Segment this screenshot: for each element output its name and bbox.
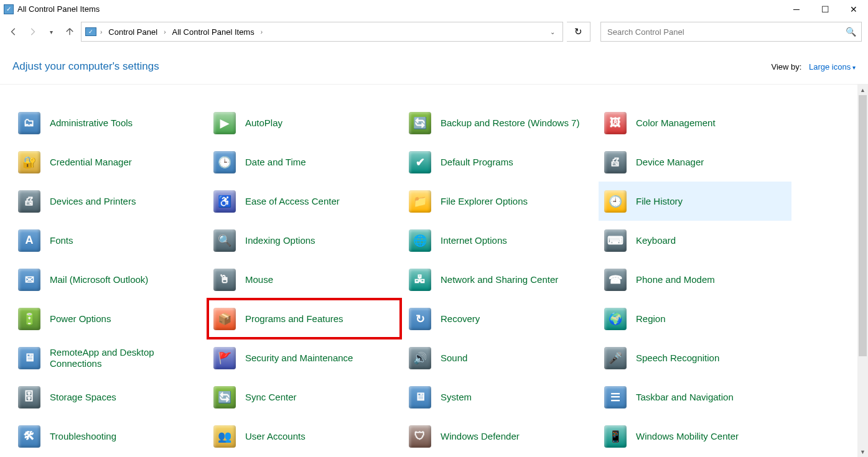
scrollbar-down[interactable]: ▼ — [857, 446, 868, 457]
item-label: Default Programs — [441, 157, 513, 168]
address-dropdown[interactable]: ⌄ — [546, 22, 559, 41]
scrollbar[interactable]: ▲ ▼ — [857, 85, 868, 457]
control-panel-item[interactable]: 🖥RemoteApp and Desktop Connections — [12, 338, 205, 377]
up-button[interactable] — [62, 24, 77, 39]
chevron-right-icon[interactable]: › — [162, 29, 167, 35]
control-panel-item[interactable]: 🖨Devices and Printers — [12, 182, 205, 221]
date-time-icon: 🕒 — [212, 149, 238, 175]
view-by: View by: Large icons — [771, 62, 856, 72]
control-panel-item[interactable]: 🔄Backup and Restore (Windows 7) — [403, 103, 596, 142]
control-panel-item[interactable]: 🔐Credential Manager — [12, 142, 205, 182]
maximize-button[interactable]: ☐ — [811, 0, 839, 19]
control-panel-item[interactable]: 🕒Date and Time — [208, 142, 401, 182]
forward-button[interactable] — [25, 24, 40, 39]
troubleshooting-icon: 🛠 — [16, 423, 42, 450]
window-title: All Control Panel Items — [17, 4, 100, 14]
sync-center-icon: 🔄 — [212, 384, 238, 410]
item-label: Date and Time — [245, 157, 306, 168]
file-history-icon: 🕘 — [602, 188, 628, 215]
device-manager-icon: 🖨 — [602, 149, 628, 175]
control-panel-item[interactable]: ↻Recovery — [403, 299, 596, 338]
control-panel-item[interactable]: ☰Taskbar and Navigation — [599, 377, 791, 417]
search-icon[interactable]: 🔍 — [846, 27, 856, 37]
control-panel-item[interactable]: 📦Programs and Features — [208, 299, 401, 338]
item-label: AutoPlay — [245, 118, 282, 129]
control-panel-item[interactable]: ▶AutoPlay — [208, 103, 401, 142]
power-options-icon: 🔋 — [16, 306, 42, 332]
search-input[interactable] — [606, 27, 846, 37]
control-panel-item[interactable]: ⌨Keyboard — [599, 221, 791, 260]
control-panel-item[interactable]: 🎤Speech Recognition — [599, 338, 791, 377]
mail-icon: ✉ — [16, 267, 42, 293]
control-panel-item[interactable]: 🗄Storage Spaces — [12, 377, 205, 417]
control-panel-item[interactable]: 🖱Mouse — [208, 260, 401, 299]
control-panel-item[interactable]: 🚩Security and Maintenance — [208, 338, 401, 377]
close-button[interactable]: ✕ — [839, 0, 868, 19]
control-panel-item[interactable]: 📁File Explorer Options — [403, 182, 596, 221]
item-label: Sound — [441, 353, 467, 364]
address-bar[interactable]: › Control Panel › All Control Panel Item… — [81, 22, 563, 42]
item-label: Device Manager — [636, 157, 704, 168]
item-label: Storage Spaces — [50, 392, 116, 403]
system-icon: 🖥 — [407, 384, 433, 410]
chevron-right-icon[interactable]: › — [259, 29, 264, 35]
control-panel-item[interactable]: 🌐Internet Options — [403, 221, 596, 260]
item-label: Security and Maintenance — [245, 353, 353, 364]
back-button[interactable] — [6, 24, 21, 39]
item-label: File History — [636, 196, 683, 207]
control-panel-item[interactable]: 🔍Indexing Options — [208, 221, 401, 260]
control-panel-item[interactable]: 🔄Sync Center — [208, 377, 401, 417]
control-panel-item[interactable]: 🖧Network and Sharing Center — [403, 260, 596, 299]
control-panel-item[interactable]: AFonts — [12, 221, 205, 260]
item-label: Phone and Modem — [636, 274, 715, 285]
speech-recognition-icon: 🎤 — [602, 345, 628, 371]
user-accounts-icon: 👥 — [212, 423, 238, 450]
control-panel-item[interactable]: 🔋Power Options — [12, 299, 205, 338]
item-label: Windows Mobility Center — [636, 431, 739, 442]
item-label: Devices and Printers — [50, 196, 136, 207]
file-explorer-options-icon: 📁 — [407, 188, 433, 215]
taskbar-navigation-icon: ☰ — [602, 384, 628, 410]
control-panel-item[interactable]: ♿Ease of Access Center — [208, 182, 401, 221]
scrollbar-thumb[interactable] — [859, 95, 867, 356]
control-panel-item[interactable]: 🌍Region — [599, 299, 791, 338]
programs-features-icon: 📦 — [212, 306, 238, 332]
fonts-icon: A — [16, 228, 42, 254]
item-label: Sync Center — [245, 392, 297, 403]
item-label: Keyboard — [636, 235, 676, 246]
control-panel-item[interactable]: 🗂Administrative Tools — [12, 103, 205, 142]
item-label: Power Options — [50, 313, 111, 325]
recent-locations-button[interactable]: ▾ — [44, 24, 58, 39]
control-panel-item[interactable]: 👥User Accounts — [208, 417, 401, 456]
breadcrumb-root[interactable]: Control Panel — [106, 26, 160, 38]
control-panel-item[interactable]: ✉Mail (Microsoft Outlook) — [12, 260, 205, 299]
item-label: RemoteApp and Desktop Connections — [50, 347, 193, 369]
control-panel-item[interactable]: 🔊Sound — [403, 338, 596, 377]
item-label: Ease of Access Center — [245, 196, 340, 207]
control-panel-item[interactable]: 🖼Color Management — [599, 103, 791, 142]
control-panel-item[interactable]: ✔Default Programs — [403, 142, 596, 182]
control-panel-item[interactable]: 🛠Troubleshooting — [12, 417, 205, 456]
item-label: Color Management — [636, 118, 716, 129]
minimize-button[interactable]: ─ — [782, 0, 811, 19]
chevron-right-icon[interactable]: › — [99, 29, 103, 35]
breadcrumb-current[interactable]: All Control Panel Items — [169, 26, 256, 38]
item-label: Administrative Tools — [50, 118, 133, 129]
subheader: Adjust your computer's settings View by:… — [0, 45, 868, 85]
control-panel-item[interactable]: 🖨Device Manager — [599, 142, 791, 182]
control-panel-item[interactable]: 🖥System — [403, 377, 596, 417]
view-by-dropdown[interactable]: Large icons — [809, 62, 856, 72]
refresh-button[interactable]: ↻ — [567, 22, 590, 42]
windows-defender-icon: 🛡 — [407, 423, 433, 450]
control-panel-item[interactable]: 📱Windows Mobility Center — [599, 417, 791, 456]
search-box[interactable]: 🔍 — [600, 22, 862, 42]
security-maintenance-icon: 🚩 — [212, 345, 238, 371]
control-panel-item[interactable]: 🕘File History — [599, 182, 791, 221]
phone-modem-icon: ☎ — [602, 267, 628, 293]
color-management-icon: 🖼 — [602, 110, 628, 136]
control-panel-item[interactable]: ☎Phone and Modem — [599, 260, 791, 299]
control-panel-item[interactable]: 🛡Windows Defender — [403, 417, 596, 456]
item-label: Internet Options — [441, 235, 507, 246]
item-label: Region — [636, 313, 666, 325]
scrollbar-up[interactable]: ▲ — [857, 85, 868, 95]
